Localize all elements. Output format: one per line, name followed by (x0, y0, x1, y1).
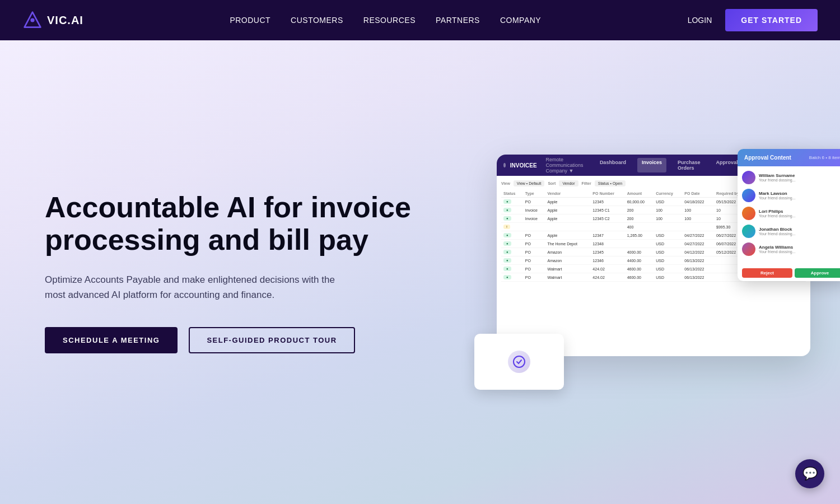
approval-item-1: William Surname Your friend dossing... (742, 171, 840, 184)
mockup-dot-1 (503, 163, 506, 167)
approver-name-1: William Surname (759, 173, 837, 178)
hero-title: Accountable AI for invoice processing an… (45, 191, 458, 256)
filter-view-label: View (501, 181, 510, 185)
approver-name-4: Jonathan Block (759, 227, 837, 232)
approval-avatar-4 (742, 225, 755, 238)
status-badge: ! (503, 225, 510, 229)
small-card (474, 334, 564, 390)
hero-right: INVOICEE Remote Communications Company ▼… (480, 149, 818, 384)
schedule-meeting-button[interactable]: SCHEDULE A MEETING (45, 327, 178, 353)
approval-panel-body: William Surname Your friend dossing... M… (738, 166, 840, 265)
filter-filter-val[interactable]: Status • Open (595, 180, 626, 186)
col-currency: Currency (654, 190, 682, 198)
small-card-icon (508, 351, 530, 373)
approval-title: Approval Content (744, 155, 791, 161)
approver-name-3: Lori Philips (759, 209, 837, 214)
logo-text: VIC.AI (47, 14, 83, 27)
approve-button[interactable]: Approve (795, 268, 840, 278)
status-badge: ● (503, 199, 511, 204)
hero-buttons: SCHEDULE A MEETING SELF-GUIDED PRODUCT T… (45, 327, 458, 353)
approval-avatar-5 (742, 242, 755, 256)
reject-button[interactable]: Reject (742, 268, 792, 278)
col-amount: Amount (625, 190, 654, 198)
hero-left: Accountable AI for invoice processing an… (45, 180, 458, 353)
filter-sort-val[interactable]: Vendor (559, 180, 578, 186)
chat-widget[interactable]: 💬 (795, 459, 824, 488)
approver-name-2: Mark Lawson (759, 191, 837, 196)
approval-panel: Approval Content Batch 6 • 8 items Willi… (738, 149, 840, 281)
status-badge: ● (503, 233, 511, 237)
approval-actions: Reject Approve (738, 265, 840, 281)
col-type: Type (523, 190, 545, 198)
mockup-tab-dashboard[interactable]: Dashboard (595, 158, 631, 172)
filter-view-val[interactable]: View • Default (514, 180, 545, 186)
svg-point-2 (514, 356, 525, 367)
dashboard-mockup: INVOICEE Remote Communications Company ▼… (463, 138, 840, 384)
nav-right: LOGIN GET STARTED (688, 9, 818, 31)
approval-info-4: Jonathan Block Your friend dossing... (759, 227, 837, 236)
approval-info-3: Lori Philips Your friend dossing... (759, 209, 837, 218)
status-badge: ● (503, 241, 511, 246)
col-po: PO Number (590, 190, 624, 198)
approval-item-5: Angela Williams Your friend dossing... (742, 242, 840, 256)
mockup-company-label: Remote Communications Company ▼ (546, 157, 586, 174)
get-started-button[interactable]: GET STARTED (725, 9, 818, 31)
status-badge: ● (503, 250, 511, 254)
login-button[interactable]: LOGIN (688, 16, 712, 25)
logo-icon (22, 10, 43, 30)
col-vendor: Vendor (545, 190, 591, 198)
approval-panel-header: Approval Content Batch 6 • 8 items (738, 149, 840, 166)
nav-link-customers[interactable]: CUSTOMERS (291, 16, 343, 25)
col-status: Status (501, 190, 523, 198)
mockup-tab-invoices[interactable]: Invoices (637, 158, 666, 172)
chat-icon: 💬 (802, 466, 818, 481)
filter-filter-label: Filter (582, 181, 591, 185)
filter-sort-label: Sort (548, 181, 556, 185)
processing-icon (512, 355, 526, 368)
product-tour-button[interactable]: SELF-GUIDED PRODUCT TOUR (189, 327, 354, 353)
status-badge: ● (503, 258, 511, 263)
approval-avatar-1 (742, 171, 755, 184)
approval-item-3: Lori Philips Your friend dossing... (742, 207, 840, 220)
nav-links: PRODUCT CUSTOMERS RESOURCES PARTNERS COM… (230, 16, 541, 25)
approval-info-2: Mark Lawson Your friend dossing... (759, 191, 837, 200)
approver-desc-3: Your friend dossing... (759, 214, 837, 218)
col-po-date: PO Date (682, 190, 714, 198)
approval-avatar-2 (742, 189, 755, 202)
mockup-invoicee-label: INVOICEE (510, 162, 537, 169)
hero-section: Accountable AI for invoice processing an… (0, 0, 840, 504)
navbar: VIC.AI PRODUCT CUSTOMERS RESOURCES PARTN… (0, 0, 840, 40)
approval-info-5: Angela Williams Your friend dossing... (759, 245, 837, 254)
status-badge: ● (503, 267, 511, 271)
hero-subtitle: Optimize Accounts Payable and make enlig… (45, 272, 336, 302)
status-badge: ● (503, 275, 511, 279)
svg-point-1 (30, 18, 34, 22)
approval-avatar-3 (742, 207, 755, 220)
nav-link-company[interactable]: COMPANY (500, 16, 541, 25)
approver-desc-5: Your friend dossing... (759, 250, 837, 254)
approver-desc-4: Your friend dossing... (759, 232, 837, 236)
approver-desc-2: Your friend dossing... (759, 196, 837, 200)
approver-desc-1: Your friend dossing... (759, 178, 837, 182)
approval-info-1: William Surname Your friend dossing... (759, 173, 837, 182)
mockup-tab-po[interactable]: Purchase Orders (673, 158, 705, 172)
approver-name-5: Angela Williams (759, 245, 837, 250)
approval-item-2: Mark Lawson Your friend dossing... (742, 189, 840, 202)
nav-link-partners[interactable]: PARTNERS (436, 16, 480, 25)
status-badge: ● (503, 216, 511, 221)
status-badge: ● (503, 208, 511, 212)
logo[interactable]: VIC.AI (22, 10, 83, 30)
nav-link-product[interactable]: PRODUCT (230, 16, 270, 25)
nav-link-resources[interactable]: RESOURCES (363, 16, 416, 25)
approval-item-4: Jonathan Block Your friend dossing... (742, 225, 840, 238)
approval-subtitle: Batch 6 • 8 items (809, 155, 840, 160)
